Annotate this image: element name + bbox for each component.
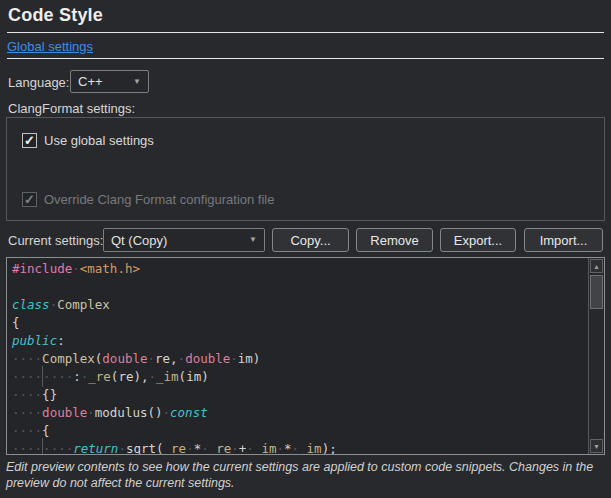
preview-help-text: Edit preview contents to see how the cur… [6,459,607,491]
chevron-down-icon: ▼ [249,236,257,244]
scroll-up-button[interactable]: ▲ [590,259,603,273]
vertical-scrollbar[interactable]: ▲ ▼ [588,258,604,454]
code-line: ········:·_re(re),·_im(im) [12,368,588,386]
check-icon: ✓ [24,134,35,147]
chevron-down-icon: ▼ [133,78,141,86]
use-global-settings-checkbox[interactable]: ✓ [22,133,37,148]
code-line: ····{ [12,422,588,440]
clangformat-settings-label: ClangFormat settings: [8,101,135,116]
remove-button[interactable]: Remove [356,228,433,252]
use-global-settings-row[interactable]: ✓ Use global settings [22,133,154,148]
code-style-settings-page: Code Style Global settings Language: C++… [0,0,611,498]
global-settings-link[interactable]: Global settings [7,39,93,54]
code-lines[interactable]: #include·<math.h> class·Complex{public:·… [7,260,588,455]
code-preview-editor[interactable]: #include·<math.h> class·Complex{public:·… [6,257,605,455]
copy-button[interactable]: Copy... [272,228,349,252]
use-global-settings-label: Use global settings [44,133,154,148]
divider-top [7,32,604,33]
page-title: Code Style [8,5,103,26]
override-config-label: Override Clang Format configuration file [44,192,275,207]
language-dropdown-value: C++ [78,74,103,89]
code-line: ····Complex(double·re,·double·im) [12,350,588,368]
current-settings-dropdown[interactable]: Qt (Copy) ▼ [103,228,265,252]
check-icon: ✓ [24,193,35,206]
scroll-down-button[interactable]: ▼ [590,439,603,453]
language-dropdown[interactable]: C++ ▼ [70,70,149,93]
code-line: ········return·sqrt(_re·*·_re·+·_im·*·_i… [12,440,588,455]
current-settings-label: Current settings: [8,233,103,248]
export-button[interactable]: Export... [440,228,516,252]
code-line: public: [12,332,588,350]
current-settings-value: Qt (Copy) [111,233,167,248]
triangle-up-icon: ▲ [593,263,600,270]
code-line: #include·<math.h> [12,260,588,278]
code-line [12,278,588,296]
import-button[interactable]: Import... [524,228,603,252]
scrollbar-thumb[interactable] [590,275,603,309]
override-config-checkbox: ✓ [22,192,37,207]
clangformat-groupbox: ✓ Use global settings Indenting only ▼ ✓… [6,117,605,221]
divider-under-link [7,58,604,59]
code-line: class·Complex [12,296,588,314]
code-line: { [12,314,588,332]
code-line: ····{} [12,386,588,404]
override-config-row: ✓ Override Clang Format configuration fi… [22,192,275,207]
language-label: Language: [8,75,69,90]
code-line: ····double·modulus()·const [12,404,588,422]
triangle-down-icon: ▼ [593,443,600,450]
